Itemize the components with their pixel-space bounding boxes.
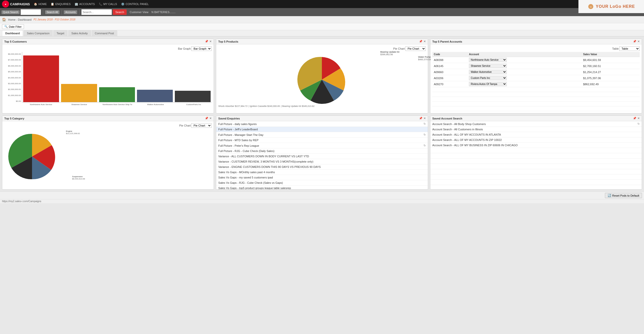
quick-search-button[interactable]: Quick Search bbox=[2, 10, 20, 14]
nav-item-mycalls[interactable]: 📞 MY CALLS bbox=[99, 3, 117, 6]
reset-pods-button[interactable]: 🔄 Reset Pods to Default bbox=[605, 193, 642, 198]
list-item[interactable]: Account Search - All Customers in Illino… bbox=[430, 127, 642, 132]
pin-icon-parent[interactable]: 📌 bbox=[633, 40, 636, 43]
list-item[interactable]: Variance - CUSTOMER REVIEW, 3 MONTHS VS … bbox=[216, 159, 428, 164]
list-item[interactable]: Full Picture - daily sales figures↻ bbox=[216, 121, 428, 127]
pin-icon[interactable]: 📌 bbox=[205, 40, 208, 43]
cell-account: Shawnee Service bbox=[467, 63, 582, 69]
search-divider-3 bbox=[79, 10, 79, 15]
list-item[interactable]: Full Picture - Peter's Rep League↻ bbox=[216, 143, 428, 148]
list-item-empty bbox=[430, 180, 642, 185]
account-dropdown[interactable]: Custom Parts Inc bbox=[469, 76, 507, 80]
expand-icon-products[interactable]: ✕ bbox=[424, 40, 426, 43]
nav-item-accounts[interactable]: 🏢 ACCOUNTS bbox=[75, 3, 95, 6]
expand-icon-enquiries[interactable]: ✕ bbox=[424, 117, 426, 120]
expand-icon[interactable]: ✕ bbox=[209, 40, 212, 43]
list-item[interactable]: Full Picture - Manager Start The Day↻ bbox=[216, 132, 428, 138]
top5-parent-panel: Top 5 Parent Accounts 📌 ✕ Table Table Ba… bbox=[430, 39, 642, 113]
pin-icon-category[interactable]: 📌 bbox=[205, 117, 208, 120]
tab-target[interactable]: Target bbox=[53, 30, 68, 36]
saved-enquiries-header: Saved Enquiries 📌 ✕ bbox=[216, 116, 428, 121]
pin-icon-account[interactable]: 📌 bbox=[633, 117, 636, 120]
status-url: https://my2.sales-i.com/Campaigns bbox=[2, 200, 41, 203]
list-item[interactable]: Variance - ALL CUSTOMERS DOWN IN BODY CU… bbox=[216, 154, 428, 159]
main-search-input[interactable] bbox=[81, 9, 112, 15]
date-filter-button[interactable]: 🔍 Date Filter bbox=[2, 24, 24, 29]
list-item[interactable]: Full Picture - MTD Sales by REP bbox=[216, 138, 428, 143]
col-account: Account bbox=[467, 52, 582, 57]
pin-icon-enquiries[interactable]: 📌 bbox=[419, 117, 423, 120]
list-item[interactable]: Sales Vs Gaps - my saved 5 customers ipa… bbox=[216, 175, 428, 180]
logo-area: SI YOUR LoGo HERE bbox=[578, 0, 644, 13]
category-chart-dropdown[interactable]: Pie Chart Bar Graph bbox=[191, 123, 212, 128]
search-text-input[interactable] bbox=[21, 9, 41, 15]
main-content-top: Top 5 Customers 📌 ✕ Bar Graph Bar Graph … bbox=[0, 37, 644, 115]
nav-item-control-panel[interactable]: ⚙️ CONTROL PANEL bbox=[121, 3, 149, 6]
breadcrumb-date: P1 January 2018 - P10 October 2018 bbox=[34, 18, 75, 21]
refresh-icon[interactable]: ↻ bbox=[424, 122, 426, 126]
search-divider-2 bbox=[62, 10, 62, 15]
tab-sales-comparison[interactable]: Sales Comparison bbox=[23, 30, 53, 36]
list-item-empty bbox=[430, 148, 642, 153]
refresh-icon[interactable]: ↻ bbox=[637, 122, 640, 126]
account-search-label: Account Search - All Customers in Illino… bbox=[432, 128, 483, 131]
cell-code: A09660 bbox=[432, 69, 468, 75]
search-go-button[interactable]: Search bbox=[113, 9, 127, 15]
enquiry-label: Variance - ENGINE CUSTOMERS DOWN THIS 90… bbox=[218, 165, 321, 168]
list-item[interactable]: Full Picture - RJG - Cube Check (Daily S… bbox=[216, 148, 428, 154]
nav-item-enquiries[interactable]: 📋 ENQUIRIES bbox=[51, 3, 71, 6]
bar-shawnee bbox=[61, 84, 97, 102]
parent-view-label: Table bbox=[612, 47, 619, 50]
refresh-icon[interactable]: ↻ bbox=[424, 133, 426, 136]
expand-icon-account[interactable]: ✕ bbox=[637, 117, 640, 120]
cell-account: Walker Automotive bbox=[467, 69, 582, 75]
accounts-dropdown-button[interactable]: Accounts bbox=[64, 10, 77, 14]
cell-code: A03206 bbox=[432, 75, 468, 81]
search-bar: Quick Search Search All Accounts Search … bbox=[0, 8, 644, 16]
table-row: A06145 Shawnee Service $2,700,160.51 bbox=[432, 63, 640, 69]
chart-type-dropdown[interactable]: Bar Graph Pie Chart bbox=[191, 46, 212, 51]
list-item[interactable]: Sales Vs Gaps - RJG - Cube Check (Sales … bbox=[216, 180, 428, 186]
table-row: A09270 Riviera Autos Of Tampa $862,692.4… bbox=[432, 81, 640, 87]
enquiry-label: Sales Vs Gaps - RJG - Cube Check (Sales … bbox=[218, 181, 283, 184]
date-filter-bar: 🔍 Date Filter bbox=[0, 23, 644, 30]
tab-sales-activity[interactable]: Sales Activity bbox=[68, 30, 91, 36]
account-dropdown[interactable]: Shawnee Service bbox=[469, 64, 507, 68]
account-dropdown[interactable]: Riviera Autos Of Tampa bbox=[469, 82, 507, 86]
account-dropdown[interactable]: Northtowne Auto Service bbox=[469, 58, 507, 62]
batteries-link[interactable]: N BATTERIES........ bbox=[151, 11, 176, 14]
list-item[interactable]: Sales Vs Gaps - top5 product groups leag… bbox=[216, 186, 428, 189]
saved-enquiries-list: Full Picture - daily sales figures↻Full … bbox=[216, 121, 428, 189]
col-value: Sales Value bbox=[582, 52, 640, 57]
cell-account: Northtowne Auto Service bbox=[467, 57, 582, 63]
list-item[interactable]: Account Search - All Body Shop Customers… bbox=[430, 121, 642, 127]
enquiry-label: Sales Vs Gaps - top5 product groups leag… bbox=[218, 187, 291, 189]
cell-value: $1,254,214.27 bbox=[582, 69, 640, 75]
list-item[interactable]: Sales Vs Gaps - MOnthly sales past 4 mon… bbox=[216, 170, 428, 175]
cell-account: Riviera Autos Of Tampa bbox=[467, 81, 582, 87]
refresh-icon[interactable]: ↻ bbox=[424, 144, 426, 147]
expand-icon-category[interactable]: ✕ bbox=[209, 117, 212, 120]
customer-view-link[interactable]: Customer View bbox=[130, 11, 148, 14]
top-navigation: ● CAMPAIGNS 🏠 HOME 📋 ENQUIRIES 🏢 ACCOUNT… bbox=[0, 0, 644, 8]
list-item[interactable]: Account Search - ALL OF MY ACCOUNTS IN A… bbox=[430, 132, 642, 137]
nav-item-home[interactable]: 🏠 HOME bbox=[34, 3, 47, 6]
expand-icon-parent[interactable]: ✕ bbox=[637, 40, 640, 43]
parent-view-dropdown[interactable]: Table Bar Graph bbox=[619, 46, 640, 51]
list-item[interactable]: Full Picture - Jeff's LeaderBoard bbox=[216, 127, 428, 132]
search-all-button[interactable]: Search All bbox=[45, 10, 60, 14]
list-item[interactable]: Variance - ENGINE CUSTOMERS DOWN THIS 90… bbox=[216, 164, 428, 170]
tab-command-post[interactable]: Command Post bbox=[92, 30, 117, 36]
list-item-empty bbox=[430, 153, 642, 159]
products-chart-dropdown[interactable]: Pie Chart Bar Graph bbox=[405, 46, 426, 51]
list-item[interactable]: Account Search - ALL OF MY BUSINESS IN Z… bbox=[430, 143, 642, 148]
pin-icon-products[interactable]: 📌 bbox=[419, 40, 423, 43]
list-item[interactable]: Account Search - ALL OF MY ACCOUNTS IN Z… bbox=[430, 137, 642, 143]
account-search-label: Account Search - All Body Shop Customers bbox=[432, 123, 486, 126]
tab-dashboard[interactable]: Dashboard bbox=[2, 30, 23, 36]
breadcrumb-text: Home - Dashboard bbox=[8, 18, 32, 21]
top5-products-panel: Top 5 Products 📌 ✕ Pie Chart Pie Chart B… bbox=[216, 39, 428, 113]
enquiry-label: Sales Vs Gaps - MOnthly sales past 4 mon… bbox=[218, 171, 275, 174]
account-dropdown[interactable]: Walker Automotive bbox=[469, 70, 507, 74]
enquiry-label: Variance - ALL CUSTOMERS DOWN IN BODY CU… bbox=[218, 155, 309, 158]
